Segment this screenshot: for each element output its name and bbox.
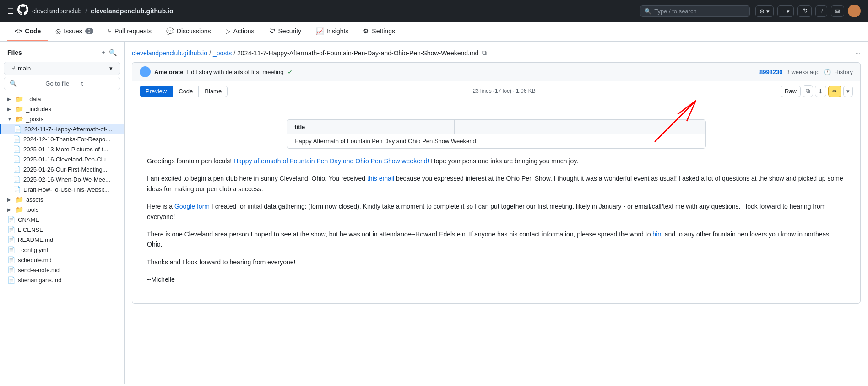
list-item[interactable]: 📄 schedule.md (0, 255, 124, 265)
search-icon: 🔍 (10, 80, 43, 87)
tab-issues-label: Issues (64, 27, 82, 35)
list-item[interactable]: 📄 Draft-How-To-Use-This-Websit... (0, 184, 124, 194)
tree-folder-posts[interactable]: ▼ 📂 _posts (0, 114, 124, 124)
list-item[interactable]: 📄 2024-12-10-Thanks-For-Respo... (0, 134, 124, 144)
commit-status-icon: ✓ (288, 68, 293, 75)
list-item[interactable]: 📄 CNAME (0, 214, 124, 225)
repo-name[interactable]: clevelandpenclub.github.io (91, 7, 173, 15)
prose-paragraph: There is one Cleveland area person I hop… (147, 229, 846, 250)
list-item[interactable]: 📄 2025-01-13-More-Pictures-of-t... (0, 144, 124, 154)
file-icon: 📄 (13, 176, 21, 183)
copy-raw-icon[interactable]: ⧉ (803, 85, 813, 97)
tree-file-active[interactable]: 📄 2024-11-7-Happy-Aftermath-of-... (0, 124, 124, 134)
tree-folder-includes[interactable]: ▶ 📁 _includes (0, 104, 124, 114)
sidebar-header: Files + 🔍 (0, 45, 124, 60)
file-content: title Happy Aftermath of Fountain Pen Da… (132, 101, 861, 304)
branch-selector[interactable]: ⑂ main ▾ (4, 62, 120, 75)
folder-icon: 📁 (16, 105, 23, 113)
github-logo[interactable] (17, 4, 28, 18)
branch-icon: ⑂ (11, 65, 15, 72)
list-item[interactable]: 📄 send-a-note.md (0, 265, 124, 275)
files-label: Files (7, 49, 22, 56)
tab-preview[interactable]: Preview (140, 86, 173, 97)
repo-tabs: <> Code ◎ Issues 3 ⑂ Pull requests 💬 Dis… (0, 22, 868, 42)
tab-code[interactable]: <> Code (7, 22, 48, 41)
list-item[interactable]: 📄 shenanigans.md (0, 275, 124, 285)
tab-code[interactable]: Code (173, 86, 199, 97)
copy-path-icon[interactable]: ⧉ (482, 49, 487, 57)
file-name: README.md (18, 236, 53, 243)
edit-button[interactable]: ✏ (828, 86, 841, 97)
file-icon: 📄 (13, 186, 21, 193)
add-file-icon[interactable]: + (102, 49, 105, 56)
file-toolbar: Preview Code Blame 23 lines (17 loc) · 1… (132, 81, 861, 101)
branch-name: main (18, 65, 31, 72)
folder-icon: 📁 (16, 95, 23, 102)
file-actions: Raw ⧉ ⬇ ✏ ▾ (781, 85, 853, 97)
go-to-file[interactable]: 🔍 Go to file t (4, 77, 120, 90)
tab-insights-label: Insights (326, 27, 348, 35)
frontmatter-value-row: Happy Aftermath of Fountain Pen Day and … (287, 134, 705, 148)
tab-insights[interactable]: 📈 Insights (309, 22, 356, 41)
file-name: 2025-01-13-More-Pictures-of-t... (23, 146, 108, 153)
tree-folder-assets[interactable]: ▶ 📁 assets (0, 194, 124, 204)
tree-folder-data[interactable]: ▶ 📁 _data (0, 94, 124, 104)
history-button[interactable]: History (835, 69, 853, 75)
folder-name: _posts (26, 116, 43, 123)
avatar[interactable] (848, 5, 861, 17)
raw-button[interactable]: Raw (781, 86, 801, 97)
expand-icon: ▶ (7, 197, 13, 202)
prose-paragraph: Greetings fountain pen locals! Happy aft… (147, 156, 846, 166)
expand-icon: ▶ (7, 107, 13, 112)
search-icon: 🔍 (644, 8, 651, 15)
search-box[interactable]: 🔍 Type / to search (640, 5, 750, 17)
list-item[interactable]: 📄 2025-01-16-Cleveland-Pen-Clu... (0, 154, 124, 164)
security-icon: 🛡 (269, 27, 276, 35)
commit-username[interactable]: Amelorate (154, 69, 184, 75)
breadcrumb-sep: / (233, 49, 235, 57)
file-name: LICENSE (18, 226, 43, 233)
issues-badge: 3 (85, 28, 93, 34)
tab-discussions[interactable]: 💬 Discussions (159, 22, 218, 41)
tab-actions[interactable]: ▷ Actions (218, 22, 262, 41)
breadcrumb-posts-link[interactable]: _posts (213, 49, 232, 57)
tab-blame[interactable]: Blame (199, 86, 228, 97)
prose-paragraph: I am excited to begin a pen club here in… (147, 173, 846, 194)
branch-chevron-icon: ▾ (109, 65, 113, 72)
tree-folder-tools[interactable]: ▶ 📁 tools (0, 204, 124, 214)
search-files-icon[interactable]: 🔍 (109, 49, 117, 56)
go-to-file-label: Go to file (45, 80, 78, 87)
list-item[interactable]: 📄 2025-02-16-When-Do-We-Mee... (0, 174, 124, 184)
tab-issues[interactable]: ◎ Issues 3 (48, 22, 101, 41)
inbox-btn[interactable]: ✉ (831, 5, 844, 17)
hamburger-icon[interactable]: ☰ (7, 7, 14, 16)
frontmatter-header-row: title (287, 120, 705, 134)
tab-settings[interactable]: ⚙ Settings (356, 22, 402, 41)
issues-icon: ◎ (55, 27, 61, 35)
tab-pull-requests[interactable]: ⑂ Pull requests (101, 22, 159, 41)
breadcrumb-file-name: 2024-11-7-Happy-Aftermath-of-Fountain-Pe… (237, 49, 478, 57)
file-meta: 23 lines (17 loc) · 1.06 KB (472, 88, 535, 94)
file-icon: 📄 (7, 276, 15, 284)
git-compare-btn[interactable]: ⑂ (815, 5, 827, 17)
tab-settings-label: Settings (372, 27, 395, 35)
org-name[interactable]: clevelandpenclub (32, 7, 81, 15)
commit-sha[interactable]: 8998230 (760, 69, 783, 75)
more-options-icon[interactable]: ··· (855, 49, 861, 57)
file-icon: 📄 (14, 125, 22, 133)
search-placeholder: Type / to search (654, 8, 697, 15)
download-icon[interactable]: ⬇ (815, 86, 826, 97)
list-item[interactable]: 📄 LICENSE (0, 225, 124, 235)
breadcrumb-repo-link[interactable]: clevelandpenclub.github.io (132, 49, 207, 57)
timer-btn[interactable]: ⏱ (797, 5, 812, 17)
list-item[interactable]: 📄 README.md (0, 235, 124, 245)
list-item[interactable]: 📄 2025-01-26-Our-First-Meeting.... (0, 164, 124, 174)
settings-icon: ⚙ (363, 27, 369, 35)
copilot-btn[interactable]: ⊕ ▾ (755, 5, 774, 17)
discussions-icon: 💬 (166, 27, 174, 35)
commit-avatar (140, 66, 151, 77)
more-options-button[interactable]: ▾ (843, 86, 853, 97)
plus-btn[interactable]: + ▾ (777, 5, 794, 17)
list-item[interactable]: 📄 _config.yml (0, 245, 124, 255)
tab-security[interactable]: 🛡 Security (262, 22, 309, 41)
